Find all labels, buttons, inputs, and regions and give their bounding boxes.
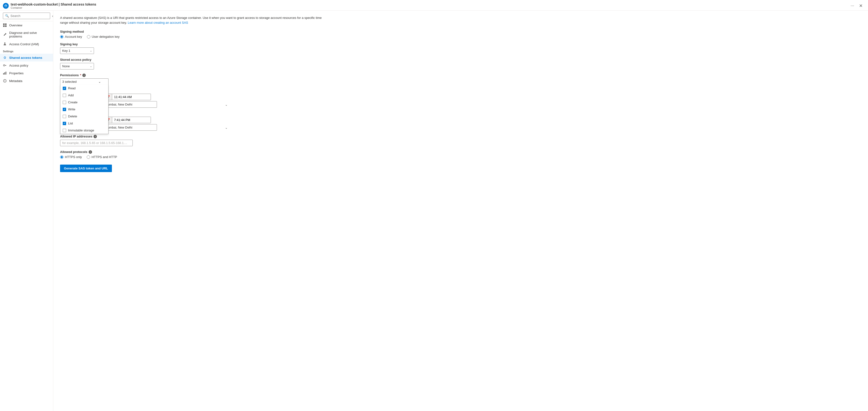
https-only-option[interactable]: HTTPS only	[60, 155, 82, 159]
more-button[interactable]: ···	[849, 3, 856, 9]
sidebar-item-diagnose-label: Diagnose and solve problems	[9, 31, 50, 38]
sidebar-item-shared-access-tokens[interactable]: Shared access tokens	[0, 54, 53, 61]
permissions-selected-text: 3 selected	[62, 80, 76, 84]
sidebar-item-diagnose[interactable]: Diagnose and solve problems	[0, 29, 53, 40]
perm-item-write[interactable]: Write	[60, 106, 108, 113]
perm-item-delete[interactable]: Delete	[60, 113, 108, 120]
allowed-ip-input[interactable]	[60, 140, 133, 146]
search-row: 🔍 «	[3, 12, 50, 19]
permissions-chevron-icon: ⌄	[98, 80, 101, 84]
perm-checkbox-create[interactable]	[63, 101, 66, 104]
perm-item-create[interactable]: Create	[60, 99, 108, 106]
link-icon	[3, 56, 7, 60]
perm-label-list: List	[68, 122, 73, 125]
sidebar-search-container: 🔍 «	[0, 11, 53, 21]
header-title-group: test-webhook-custom-bucket | Shared acce…	[11, 2, 96, 9]
allowed-protocols-info-icon: i	[89, 150, 92, 154]
sidebar-item-access-policy[interactable]: Access policy	[0, 61, 53, 69]
sidebar-item-overview[interactable]: Overview	[0, 21, 53, 29]
permissions-info-icon: i	[82, 73, 86, 77]
perm-checkbox-write[interactable]	[63, 108, 66, 111]
signing-method-label: Signing method	[60, 30, 229, 33]
sidebar-item-access-control-label: Access Control (IAM)	[9, 42, 39, 46]
close-button[interactable]: ✕	[858, 3, 864, 9]
sidebar-item-properties-label: Properties	[9, 71, 24, 75]
svg-rect-4	[5, 25, 6, 27]
perm-label-read: Read	[68, 87, 75, 90]
header-title: test-webhook-custom-bucket | Shared acce…	[11, 2, 96, 6]
account-key-label: Account key	[65, 35, 82, 38]
settings-section-label: Settings	[0, 48, 53, 54]
signing-method-group: Signing method Account key User delegati…	[60, 30, 229, 38]
perm-checkbox-read[interactable]	[63, 87, 66, 90]
perm-checkbox-delete[interactable]	[63, 115, 66, 118]
header-subtitle: Container	[11, 6, 96, 9]
generate-sas-button[interactable]: Generate SAS token and URL	[60, 165, 112, 172]
sidebar-item-metadata-label: Metadata	[9, 79, 22, 83]
search-input[interactable]	[10, 14, 51, 18]
stored-access-policy-select-wrapper: None ⌄	[60, 63, 94, 69]
permissions-group: Permissions * i 3 selected ⌄ Read	[60, 73, 229, 85]
svg-rect-3	[3, 25, 5, 27]
expiry-time-input[interactable]	[112, 117, 151, 123]
form-section: Signing method Account key User delegati…	[60, 30, 229, 172]
required-star: *	[80, 73, 81, 77]
sidebar-item-shared-access-tokens-label: Shared access tokens	[9, 56, 42, 60]
https-only-radio[interactable]	[60, 155, 63, 159]
perm-checkbox-immutable-storage[interactable]	[63, 129, 66, 132]
perm-checkbox-list[interactable]	[63, 122, 66, 125]
perm-item-list[interactable]: List	[60, 120, 108, 127]
svg-rect-9	[6, 72, 6, 74]
user-delegation-key-option[interactable]: User delegation key	[87, 35, 120, 38]
protocol-radio-group: HTTPS only HTTPS and HTTP	[60, 155, 229, 159]
permissions-label: Permissions * i	[60, 73, 229, 77]
svg-rect-2	[5, 24, 6, 25]
person-icon	[3, 42, 7, 46]
wrench-icon	[3, 33, 7, 36]
user-delegation-key-label: User delegation key	[92, 35, 120, 38]
signing-key-select[interactable]: Key 1 Key 2	[60, 48, 94, 54]
perm-label-delete: Delete	[68, 115, 77, 118]
header-left: test-webhook-custom-bucket | Shared acce…	[3, 2, 96, 9]
sidebar-item-access-control[interactable]: Access Control (IAM)	[0, 40, 53, 48]
svg-rect-1	[3, 24, 5, 25]
permissions-menu: Read Add Create Write	[60, 85, 108, 134]
account-key-radio[interactable]	[60, 35, 63, 38]
stored-access-policy-select[interactable]: None	[60, 63, 94, 69]
chart-icon	[3, 71, 7, 75]
sidebar-item-properties[interactable]: Properties	[0, 69, 53, 77]
user-delegation-key-radio[interactable]	[87, 35, 90, 38]
perm-label-immutable-storage: Immutable storage	[68, 129, 94, 132]
learn-more-link[interactable]: Learn more about creating an account SAS	[128, 21, 188, 25]
header: test-webhook-custom-bucket | Shared acce…	[0, 0, 868, 11]
collapse-sidebar-button[interactable]: «	[52, 13, 53, 19]
perm-item-add[interactable]: Add	[60, 92, 108, 99]
svg-point-6	[3, 65, 5, 66]
svg-rect-7	[3, 73, 4, 74]
perm-checkbox-add[interactable]	[63, 94, 66, 97]
https-and-http-radio[interactable]	[87, 155, 90, 159]
header-actions: ··· ✕	[849, 3, 864, 9]
stored-access-policy-group: Stored access policy None ⌄	[60, 58, 229, 69]
signing-key-select-wrapper: Key 1 Key 2 ⌄	[60, 48, 94, 54]
perm-item-read[interactable]: Read	[60, 85, 108, 92]
layout: 🔍 « Overview Diagnose and solve problems…	[0, 11, 868, 411]
https-and-http-option[interactable]: HTTPS and HTTP	[87, 155, 117, 159]
perm-label-add: Add	[68, 93, 73, 97]
sidebar-item-overview-label: Overview	[9, 24, 22, 27]
cloud-icon	[3, 3, 9, 9]
signing-key-label: Signing key	[60, 42, 229, 46]
grid-icon	[3, 23, 7, 27]
search-input-wrapper[interactable]: 🔍	[3, 12, 50, 19]
start-time-input[interactable]	[112, 94, 151, 100]
perm-item-immutable-storage[interactable]: Immutable storage	[60, 127, 108, 134]
main-content: A shared access signature (SAS) is a URI…	[53, 11, 868, 411]
account-key-option[interactable]: Account key	[60, 35, 82, 38]
permissions-dropdown-button[interactable]: 3 selected ⌄	[60, 78, 108, 85]
signing-key-group: Signing key Key 1 Key 2 ⌄	[60, 42, 229, 54]
signing-method-radio-group: Account key User delegation key	[60, 35, 229, 38]
allowed-ip-group: Allowed IP addresses i	[60, 134, 229, 146]
sidebar-item-access-policy-label: Access policy	[9, 64, 28, 67]
https-only-label: HTTPS only	[65, 155, 82, 159]
sidebar-item-metadata[interactable]: Metadata	[0, 77, 53, 85]
